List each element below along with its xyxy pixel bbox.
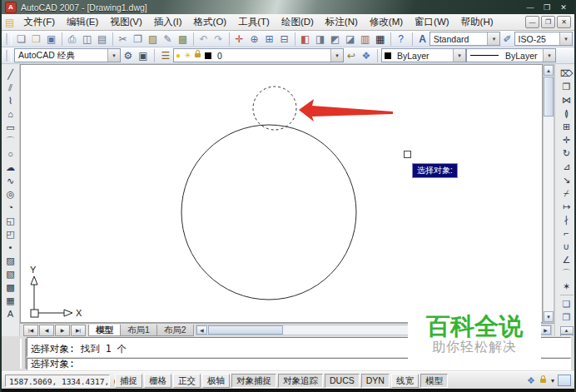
drawing-canvas[interactable]: X Y 选择对象: bbox=[20, 64, 543, 323]
mdi-close-button[interactable]: ✕ bbox=[557, 16, 571, 28]
toolbar-grip[interactable] bbox=[6, 50, 12, 62]
menu-format[interactable]: 格式(O) bbox=[188, 14, 233, 30]
copy-object-button[interactable]: ❐ bbox=[559, 80, 574, 93]
help-button[interactable]: ? bbox=[394, 32, 409, 46]
table-button[interactable]: ▦ bbox=[3, 294, 18, 307]
osnap-toggle[interactable]: 对象捕捉 bbox=[231, 374, 276, 388]
tab-last-button[interactable]: ▶| bbox=[71, 325, 86, 336]
menu-tools[interactable]: 工具(T) bbox=[232, 14, 276, 30]
annotation-scale-icon[interactable]: ❖ bbox=[527, 375, 535, 386]
layer-freeze-icon[interactable]: ☀ bbox=[184, 51, 191, 60]
toolbar-lock-icon[interactable] bbox=[540, 379, 546, 383]
layer-previous-button[interactable]: ↩ bbox=[344, 49, 359, 62]
region-button[interactable]: ▩ bbox=[3, 280, 18, 294]
chevron-down-icon[interactable]: ▾ bbox=[559, 32, 572, 45]
chevron-down-icon[interactable]: ▾ bbox=[330, 49, 343, 62]
draworder-back-button[interactable]: ❐ bbox=[559, 310, 574, 324]
open-button[interactable]: ❒ bbox=[29, 32, 44, 46]
drawing-file-icon[interactable]: ▤ bbox=[5, 17, 14, 28]
plot-button[interactable]: ⎙ bbox=[65, 32, 80, 46]
sheet-set-manager-button[interactable]: ◪ bbox=[343, 32, 358, 46]
tab-layout2[interactable]: 布局2 bbox=[156, 325, 194, 336]
paste-button[interactable]: ▨ bbox=[146, 32, 161, 46]
undo-button[interactable]: ↶ bbox=[196, 32, 211, 46]
ellipse-button[interactable]: ◎ bbox=[3, 187, 18, 201]
clean-screen-button[interactable] bbox=[558, 375, 571, 386]
text-style-icon[interactable]: A bbox=[416, 32, 430, 46]
rotate-button[interactable]: ↻ bbox=[559, 146, 574, 160]
zoom-window-button[interactable]: ⊞ bbox=[262, 32, 277, 46]
lineweight-toggle[interactable]: 线宽 bbox=[391, 374, 419, 388]
layer-color-swatch[interactable] bbox=[205, 52, 211, 59]
ortho-toggle[interactable]: 正交 bbox=[173, 374, 201, 388]
tab-prev-button[interactable]: ◀ bbox=[39, 325, 54, 336]
erase-button[interactable]: ⌦ bbox=[559, 67, 574, 80]
scroll-right-button[interactable]: ▶ bbox=[540, 325, 551, 335]
layer-lock-icon[interactable] bbox=[195, 53, 201, 57]
chevron-down-icon[interactable]: ▾ bbox=[487, 32, 499, 45]
layer-on-icon[interactable]: ● bbox=[176, 51, 181, 60]
array-button[interactable]: ⊞ bbox=[559, 120, 574, 133]
spinner-up-button[interactable]: ▲ bbox=[560, 326, 574, 335]
trim-button[interactable]: ⌿ bbox=[559, 186, 574, 200]
maximize-button[interactable]: ❒ bbox=[541, 3, 553, 12]
tab-layout1[interactable]: 布局1 bbox=[120, 325, 157, 336]
scroll-down-button[interactable]: ▼ bbox=[544, 311, 554, 322]
cut-button[interactable]: ✂ bbox=[116, 32, 131, 46]
cui-button[interactable]: ▣ bbox=[136, 49, 151, 62]
otrack-toggle[interactable]: 对象追踪 bbox=[278, 374, 323, 388]
circle-button[interactable]: ○ bbox=[3, 147, 18, 161]
workspace-select[interactable]: AutoCAD 经典 ▾ bbox=[14, 48, 121, 62]
join-button[interactable]: ∪ bbox=[559, 240, 574, 253]
ellipse-arc-button[interactable]: ◔ bbox=[3, 201, 18, 214]
markup-set-manager-button[interactable]: ▥ bbox=[358, 32, 373, 46]
menu-file[interactable]: 文件(F) bbox=[17, 14, 61, 30]
command-window-grip[interactable] bbox=[20, 339, 27, 369]
dim-style-icon[interactable]: ✐ bbox=[500, 32, 514, 46]
menu-view[interactable]: 视图(V) bbox=[104, 14, 147, 30]
mirror-button[interactable]: ⋈ bbox=[559, 93, 574, 107]
publish-button[interactable]: ▤ bbox=[95, 32, 110, 46]
layer-properties-manager-button[interactable]: ☰ bbox=[158, 49, 173, 62]
model-toggle[interactable]: 模型 bbox=[420, 374, 448, 388]
minimize-button[interactable]: — bbox=[524, 3, 536, 12]
dyn-toggle[interactable]: DYN bbox=[361, 374, 390, 388]
properties-button[interactable]: ◧ bbox=[298, 32, 313, 46]
move-button[interactable]: ✛ bbox=[559, 133, 574, 146]
scale-button[interactable]: ⊿ bbox=[559, 160, 574, 173]
text-style-select[interactable]: Standard ▾ bbox=[430, 32, 501, 46]
menu-help[interactable]: 帮助(H) bbox=[455, 14, 499, 30]
tool-palettes-button[interactable]: ◩ bbox=[328, 32, 343, 46]
zoom-realtime-button[interactable]: ⊕ bbox=[247, 32, 262, 46]
polar-toggle[interactable]: 极轴 bbox=[202, 374, 230, 388]
match-properties-button[interactable]: ✎ bbox=[161, 32, 176, 46]
fillet-button[interactable]: ⌒ bbox=[559, 266, 574, 280]
rectangle-button[interactable]: ▭ bbox=[3, 121, 18, 134]
polygon-button[interactable]: ⌂ bbox=[3, 107, 18, 121]
layer-select[interactable]: ● ☀ 0 ▾ bbox=[173, 48, 344, 62]
dim-style-select[interactable]: ISO-25 ▾ bbox=[514, 32, 573, 46]
mdi-minimize-button[interactable]: — bbox=[525, 16, 539, 28]
horizontal-scroll-thumb[interactable] bbox=[208, 325, 283, 335]
point-button[interactable]: • bbox=[3, 241, 18, 254]
draworder-front-button[interactable]: ❏ bbox=[559, 297, 574, 310]
polyline-button[interactable]: ⌇ bbox=[3, 94, 18, 107]
extend-button[interactable]: ↦ bbox=[559, 200, 574, 213]
redo-button[interactable]: ↷ bbox=[211, 32, 226, 46]
gradient-button[interactable]: ▧ bbox=[3, 267, 18, 280]
revision-cloud-button[interactable]: ☁ bbox=[3, 161, 18, 174]
explode-button[interactable]: ✶ bbox=[559, 280, 574, 293]
multiline-text-button[interactable]: A bbox=[3, 307, 18, 320]
layer-states-button[interactable]: ❖ bbox=[359, 49, 374, 62]
break-at-point-button[interactable]: ∤ bbox=[559, 213, 574, 226]
vertical-scroll-thumb[interactable] bbox=[544, 77, 554, 117]
toolbar-grip[interactable] bbox=[6, 33, 12, 45]
new-button[interactable]: ❏ bbox=[14, 32, 29, 46]
chevron-down-icon[interactable]: ▾ bbox=[107, 49, 120, 62]
line-button[interactable]: ╱ bbox=[3, 67, 18, 81]
menu-dimension[interactable]: 标注(N) bbox=[320, 14, 364, 30]
workspace-settings-button[interactable]: ⚙ bbox=[121, 49, 136, 62]
status-menu-caret-icon[interactable]: ▾ bbox=[551, 377, 554, 385]
snap-toggle[interactable]: 捕捉 bbox=[115, 374, 142, 388]
arc-button[interactable]: ⌒ bbox=[3, 134, 18, 147]
